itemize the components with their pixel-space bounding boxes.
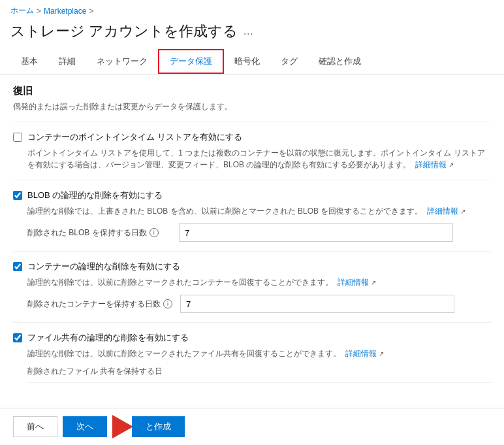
file-soft-delete-detail-link[interactable]: 詳細情報 xyxy=(345,349,377,358)
blob-days-field-row: 削除された BLOB を保持する日数 i xyxy=(27,223,491,242)
point-in-time-detail-link[interactable]: 詳細情報 xyxy=(415,160,447,169)
red-arrow-icon xyxy=(112,415,133,438)
blob-days-input[interactable] xyxy=(179,223,453,242)
container-soft-delete-checkbox[interactable] xyxy=(13,262,22,271)
container-soft-delete-desc: 論理的な削除では、以前に削除とマークされたコンテナーを回復することができます。 … xyxy=(27,276,491,288)
divider-1 xyxy=(13,122,491,122)
tab-network[interactable]: ネットワーク xyxy=(86,49,158,74)
divider-4 xyxy=(13,322,491,323)
tab-encryption[interactable]: 暗号化 xyxy=(224,49,270,74)
page-ellipsis-button[interactable]: … xyxy=(243,25,253,37)
file-soft-delete-label[interactable]: ファイル共有の論理的な削除を有効にする xyxy=(27,332,189,344)
container-soft-delete-desc-text: 論理的な削除では、以前に削除とマークされたコンテナーを回復することができます。 xyxy=(27,278,333,287)
file-days-truncated-text: 削除されたファイル 共有を保持する日 xyxy=(27,367,163,376)
section-description: 偶発的または誤った削除または変更からデータを保護します。 xyxy=(13,101,491,112)
container-days-input[interactable] xyxy=(180,295,454,313)
breadcrumb: ホーム > Marketplace > xyxy=(0,0,504,19)
file-days-truncated-row: 削除されたファイル 共有を保持する日 xyxy=(27,366,491,383)
blob-days-label: 削除された BLOB を保持する日数 i xyxy=(27,227,171,239)
breadcrumb-marketplace[interactable]: Marketplace xyxy=(44,7,86,16)
footer: 前へ 次へ と作成 xyxy=(0,408,504,445)
breadcrumb-sep1: > xyxy=(37,7,41,16)
breadcrumb-sep2: > xyxy=(89,7,93,16)
blob-soft-delete-row: BLOB の論理的な削除を有効にする xyxy=(13,190,491,201)
page-title: ストレージ アカウントを作成する xyxy=(10,22,238,41)
container-soft-delete-detail-link[interactable]: 詳細情報 xyxy=(338,278,369,287)
blob-soft-delete-detail-link[interactable]: 詳細情報 xyxy=(427,206,458,216)
tab-basic[interactable]: 基本 xyxy=(10,49,48,74)
tab-review[interactable]: 確認と作成 xyxy=(308,49,371,74)
divider-3 xyxy=(13,251,491,252)
page-title-row: ストレージ アカウントを作成する … xyxy=(0,19,504,49)
file-soft-delete-desc: 論理的な削除では、以前に削除とマークされたファイル共有を回復することができます。… xyxy=(27,348,491,359)
container-days-label-text: 削除されたコンテナーを保持する日数 xyxy=(27,299,161,310)
blob-soft-delete-checkbox[interactable] xyxy=(13,191,22,200)
blob-days-label-text: 削除された BLOB を保持する日数 xyxy=(27,227,147,239)
file-soft-delete-checkbox[interactable] xyxy=(13,333,22,342)
container-days-info-icon[interactable]: i xyxy=(163,299,172,308)
container-soft-delete-label[interactable]: コンテナーの論理的な削除を有効にする xyxy=(27,261,180,272)
file-soft-delete-row: ファイル共有の論理的な削除を有効にする xyxy=(13,332,491,344)
next-button[interactable]: 次へ xyxy=(63,416,107,437)
container-soft-delete-ext-icon: ↗ xyxy=(371,279,376,286)
divider-2 xyxy=(13,180,491,180)
blob-soft-delete-desc: 論理的な削除では、上書きされた BLOB を含め、以前に削除とマークされた BL… xyxy=(27,205,491,217)
tab-tags[interactable]: タグ xyxy=(270,49,308,74)
point-in-time-ext-icon: ↗ xyxy=(449,161,454,169)
blob-days-info-icon[interactable]: i xyxy=(150,228,159,237)
tabs-container: 基本 詳細 ネットワーク データ保護 暗号化 タグ 確認と作成 xyxy=(0,49,504,74)
tab-data-protection[interactable]: データ保護 xyxy=(158,49,224,74)
arrow-container: と作成 xyxy=(112,415,185,438)
point-in-time-desc: ポイントインタイム リストアを使用して、1 つまたは複数のコンテナーを以前の状態… xyxy=(27,147,491,171)
create-button[interactable]: と作成 xyxy=(132,416,185,437)
container-days-label: 削除されたコンテナーを保持する日数 i xyxy=(27,299,172,310)
file-soft-delete-desc-text: 論理的な削除では、以前に削除とマークされたファイル共有を回復することができます。 xyxy=(27,349,341,358)
back-button[interactable]: 前へ xyxy=(13,416,57,437)
file-soft-delete-ext-icon: ↗ xyxy=(379,350,384,357)
container-soft-delete-row: コンテナーの論理的な削除を有効にする xyxy=(13,261,491,272)
point-in-time-checkbox[interactable] xyxy=(13,133,22,142)
container-days-field-row: 削除されたコンテナーを保持する日数 i xyxy=(27,295,491,313)
section-title: 復旧 xyxy=(13,85,491,97)
point-in-time-row: コンテナーのポイントインタイム リストアを有効にする xyxy=(13,131,491,143)
breadcrumb-home[interactable]: ホーム xyxy=(10,5,34,16)
point-in-time-label[interactable]: コンテナーのポイントインタイム リストアを有効にする xyxy=(27,131,242,143)
blob-soft-delete-desc-text: 論理的な削除では、上書きされた BLOB を含め、以前に削除とマークされた BL… xyxy=(27,206,422,216)
blob-soft-delete-ext-icon: ↗ xyxy=(460,208,465,215)
tab-detail[interactable]: 詳細 xyxy=(48,49,86,74)
create-button-label: と作成 xyxy=(146,421,171,431)
main-content: 復旧 偶発的または誤った削除または変更からデータを保護します。 コンテナーのポイ… xyxy=(0,74,504,396)
blob-soft-delete-label[interactable]: BLOB の論理的な削除を有効にする xyxy=(27,190,163,201)
